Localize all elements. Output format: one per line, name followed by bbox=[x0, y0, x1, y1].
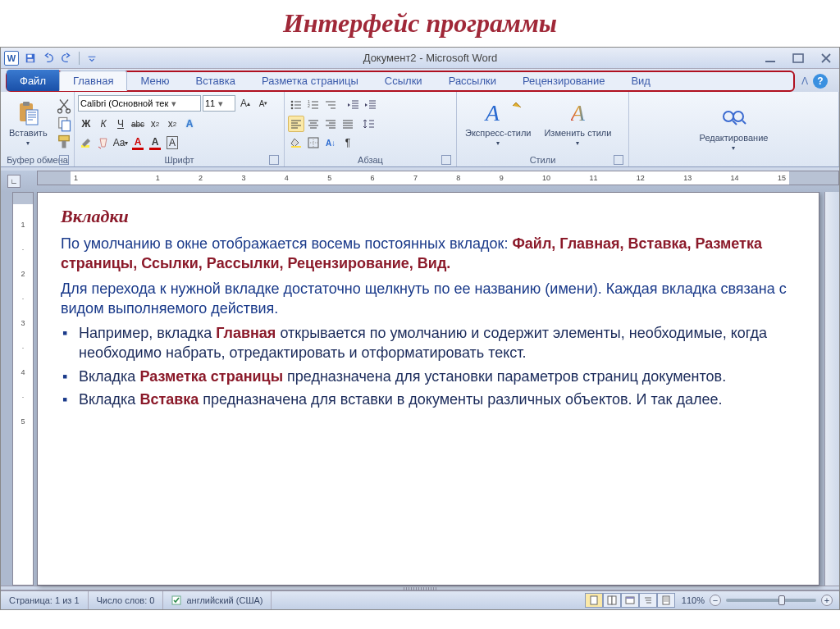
strike-button[interactable]: abc bbox=[130, 116, 146, 132]
zoom-value[interactable]: 110% bbox=[682, 595, 705, 605]
launcher-icon[interactable] bbox=[614, 155, 623, 165]
undo-icon[interactable] bbox=[40, 50, 57, 66]
svg-rect-3 bbox=[765, 61, 775, 62]
svg-point-22 bbox=[724, 112, 733, 121]
underline-button[interactable]: Ч bbox=[112, 116, 129, 132]
group-font-label: Шрифт bbox=[78, 153, 281, 166]
sort-icon[interactable]: A↓ bbox=[322, 134, 339, 151]
bold-button[interactable]: Ж bbox=[78, 116, 94, 132]
collapse-ribbon-icon[interactable]: ᐱ bbox=[801, 75, 808, 87]
status-page[interactable]: Страница: 1 из 1 bbox=[1, 591, 89, 609]
change-case-icon[interactable]: Aa▾ bbox=[112, 134, 129, 151]
clear-format-icon[interactable] bbox=[95, 134, 112, 151]
ribbon-tabs: Файл Главная Меню Вставка Разметка стран… bbox=[1, 69, 839, 92]
justify-icon[interactable] bbox=[340, 116, 356, 132]
editing-button[interactable]: Редактирование ▾ bbox=[695, 103, 774, 153]
copy-icon[interactable] bbox=[56, 116, 72, 132]
align-center-icon[interactable] bbox=[305, 116, 322, 132]
status-language[interactable]: английский (США) bbox=[163, 591, 272, 609]
font-fill-color-icon[interactable]: A bbox=[147, 134, 163, 151]
tab-mailings[interactable]: Рассылки bbox=[436, 71, 509, 90]
tab-references[interactable]: Ссылки bbox=[372, 71, 436, 90]
horizontal-ruler-area: ∟ 1123456789101112131415 bbox=[1, 171, 839, 192]
fullscreen-view-icon[interactable] bbox=[603, 593, 621, 608]
svg-rect-25 bbox=[591, 596, 597, 604]
font-name-combo[interactable]: Calibri (Основной тек▾ bbox=[78, 95, 201, 112]
svg-rect-26 bbox=[608, 596, 612, 604]
group-styles-label: Стили bbox=[460, 153, 625, 166]
paste-button[interactable]: Вставить ▾ bbox=[4, 98, 52, 148]
tab-page-layout[interactable]: Разметка страницы bbox=[249, 71, 372, 90]
multilevel-icon[interactable] bbox=[322, 97, 339, 113]
bullets-icon[interactable] bbox=[288, 97, 304, 113]
group-paragraph-label: Абзац bbox=[288, 153, 453, 166]
italic-button[interactable]: К bbox=[95, 116, 112, 132]
show-marks-icon[interactable]: ¶ bbox=[340, 134, 356, 151]
align-left-icon[interactable] bbox=[288, 116, 304, 132]
line-spacing-icon[interactable] bbox=[361, 116, 377, 132]
tab-home[interactable]: Главная bbox=[59, 71, 127, 91]
launcher-icon[interactable] bbox=[59, 155, 69, 165]
decrease-indent-icon[interactable] bbox=[345, 97, 362, 113]
tab-selector[interactable]: ∟ bbox=[7, 175, 21, 188]
qat-customize-icon[interactable] bbox=[84, 50, 100, 66]
minimize-icon[interactable] bbox=[760, 52, 780, 65]
quick-styles-button[interactable]: A Экспресс-стили ▾ bbox=[460, 98, 536, 148]
window-title: Документ2 - Microsoft Word bbox=[100, 52, 760, 64]
document-page[interactable]: Вкладки По умолчанию в окне отображается… bbox=[37, 192, 819, 586]
help-icon[interactable]: ? bbox=[813, 74, 828, 89]
font-size-combo[interactable]: 11▾ bbox=[203, 95, 235, 112]
web-layout-view-icon[interactable] bbox=[621, 593, 639, 608]
launcher-icon[interactable] bbox=[269, 155, 279, 165]
close-icon[interactable] bbox=[816, 52, 836, 65]
borders-icon[interactable] bbox=[305, 134, 322, 151]
shading-icon[interactable] bbox=[288, 134, 304, 151]
horizontal-ruler[interactable]: 1123456789101112131415 bbox=[37, 171, 839, 185]
highlight-icon[interactable] bbox=[78, 134, 94, 151]
word-app-icon[interactable]: W bbox=[4, 51, 19, 66]
tab-file[interactable]: Файл bbox=[7, 70, 59, 91]
vertical-ruler[interactable]: ·1·2·3·4·5 bbox=[12, 192, 34, 586]
word-window: W Документ2 - Microsoft Word Файл Главна… bbox=[0, 47, 840, 610]
save-icon[interactable] bbox=[22, 50, 39, 66]
doc-bullet-list: Например, вкладка Главная открывается по… bbox=[61, 323, 796, 409]
cut-icon[interactable] bbox=[56, 98, 72, 114]
font-color-icon[interactable]: A bbox=[130, 134, 146, 151]
increase-indent-icon[interactable] bbox=[363, 97, 379, 113]
status-word-count[interactable]: Число слов: 0 bbox=[89, 591, 164, 609]
outline-view-icon[interactable] bbox=[639, 593, 657, 608]
proofing-icon bbox=[171, 595, 183, 606]
svg-rect-4 bbox=[793, 54, 803, 62]
subscript-button[interactable]: x2 bbox=[147, 116, 163, 132]
group-font: Calibri (Основной тек▾ 11▾ A▴ A▾ Ж К Ч a… bbox=[75, 92, 285, 166]
tab-review[interactable]: Рецензирование bbox=[509, 71, 618, 90]
text-effects-icon[interactable]: A bbox=[181, 116, 198, 132]
zoom-out-button[interactable]: − bbox=[710, 595, 721, 606]
group-editing-label bbox=[632, 163, 835, 166]
numbering-icon[interactable]: 12 bbox=[305, 97, 322, 113]
svg-rect-1 bbox=[28, 54, 32, 57]
draft-view-icon[interactable] bbox=[657, 593, 675, 608]
superscript-button[interactable]: x2 bbox=[164, 116, 180, 132]
svg-rect-29 bbox=[626, 597, 634, 599]
paste-label: Вставить bbox=[9, 128, 48, 138]
grow-font-icon[interactable]: A▴ bbox=[237, 95, 253, 112]
maximize-icon[interactable] bbox=[788, 52, 808, 65]
zoom-slider[interactable] bbox=[726, 599, 816, 602]
print-layout-view-icon[interactable] bbox=[585, 593, 603, 608]
format-painter-icon[interactable] bbox=[56, 134, 72, 150]
launcher-icon[interactable] bbox=[441, 155, 451, 165]
zoom-in-button[interactable]: + bbox=[821, 595, 833, 606]
char-border-icon[interactable]: A bbox=[164, 134, 180, 151]
redo-icon[interactable] bbox=[58, 50, 75, 66]
svg-rect-11 bbox=[62, 121, 70, 131]
doc-paragraph: Для перехода к нужной вкладке достаточно… bbox=[61, 279, 796, 319]
tab-insert[interactable]: Вставка bbox=[183, 71, 249, 90]
shrink-font-icon[interactable]: A▾ bbox=[255, 95, 272, 112]
vertical-scrollbar[interactable] bbox=[824, 192, 839, 586]
align-right-icon[interactable] bbox=[322, 116, 339, 132]
svg-rect-13 bbox=[62, 140, 66, 148]
tab-menu[interactable]: Меню bbox=[127, 71, 182, 90]
change-styles-button[interactable]: A Изменить стили ▾ bbox=[539, 98, 616, 148]
tab-view[interactable]: Вид bbox=[618, 71, 664, 90]
